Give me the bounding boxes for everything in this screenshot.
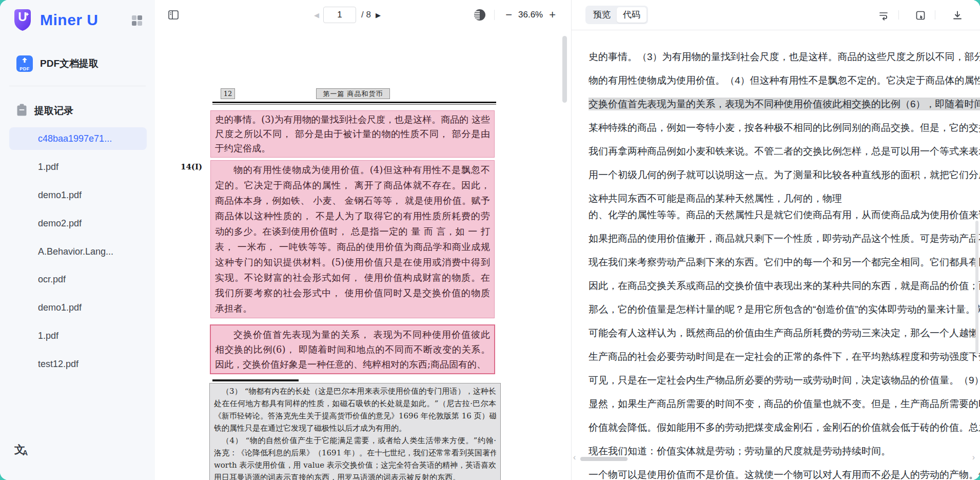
file-name: demo1.pdf xyxy=(38,190,82,201)
pdf-upload-icon: PDF xyxy=(15,54,34,73)
zoom-in-button[interactable]: + xyxy=(546,9,559,21)
mineru-logo-icon: U xyxy=(11,8,34,32)
records-section-title: 提取记录 xyxy=(34,104,73,118)
scan-line: 史的事情。(3)为有用物的量找到社会尺度，也是这样。商品的 这些 xyxy=(215,112,490,127)
logo-letter: U xyxy=(11,10,34,24)
scan-page-number: 12 xyxy=(221,88,235,99)
preview-line: 的、化学的属性等等。商品的天然属性只是就它们使商品有用，从而使商品成为使用价值来… xyxy=(589,207,980,223)
brand-wordmark: Miner U xyxy=(40,11,99,29)
preview-line: 可见，只是在一定社会内生产物品所必要的劳动一或劳动时间，决定该物品的价值量。（9… xyxy=(589,373,980,388)
contrast-theme-icon[interactable] xyxy=(473,8,486,22)
file-name: test12.pdf xyxy=(38,359,79,370)
translate-sub-glyph: A xyxy=(23,449,28,457)
preview-line: 现在我们知道：价值实体就是劳动；劳动量的尺度就是劳动持续时间。 xyxy=(589,444,980,459)
logo[interactable]: U Miner U xyxy=(11,8,99,32)
preview-line-highlighted: 交换价值首先表现为量的关系，表现为不同种使用价值彼此相交换的比例（6），即随着时… xyxy=(589,97,980,112)
page-total-label: / 8 xyxy=(361,10,371,20)
download-icon[interactable] xyxy=(952,10,963,21)
scan-line: 定的。它决定于商品体的属性， 离开了商品体就不存在。因此， xyxy=(215,178,490,193)
file-item[interactable]: test12.pdf xyxy=(9,353,147,375)
view-mode-tabs: 预览 代码 xyxy=(585,6,648,24)
footnote-block: （3） “物都有内在的长处（这是巴尔本用来表示使用价值的专门用语），这种长 处在… xyxy=(209,383,501,480)
file-name: A.Behavior.Lang... xyxy=(38,246,113,257)
scan-line: 动的多少。在谈到使用价值时， 总是指一定的 量 而 言，如 一 打 xyxy=(215,224,490,239)
file-item[interactable]: demo1.pdf xyxy=(9,184,147,206)
zoom-level-value: 36.6% xyxy=(517,10,544,20)
scan-line: 因此，交换价值好象是一种任意的、纯粹相对的东西;商品固有的、 xyxy=(215,357,490,372)
highlighted-text-block: 物的有用性使物成为使用价值。(4)但这种有用性不是飘忽不 定的。它决定于商品体的… xyxy=(210,160,495,318)
file-name: 1.pdf xyxy=(38,162,58,172)
horizontal-scrollbar-thumb[interactable] xyxy=(580,457,628,461)
scan-line: 相交换的比例(6)， 即随着时间和地点的不同而不断改变的关系。 xyxy=(215,342,490,357)
scan-line: 商品体以这种性质的， 不是人为了取得它的有用性质所耗费的劳 xyxy=(215,208,490,224)
scan-line: 商品体本身，例如铁、 小麦、 金钢石等等， 就是使用价值。赋予 xyxy=(215,193,490,208)
footnote-line: 处在任何地方都具有同样的性质，如磁石吸铁的长处就是如此。”（尼古拉·巴尔本 xyxy=(214,397,496,410)
header-separator xyxy=(898,10,899,20)
next-page-button[interactable]: ▶ xyxy=(376,11,381,19)
preview-line: 某种特殊的商品，例如一夸特小麦，按各种极不相同的比例同别的商品交换。但是，它的交… xyxy=(589,120,980,136)
scan-chapter-header: 第一篇 商品和货币 xyxy=(316,88,390,99)
preview-line: 显然，如果生产商品所需要的时间不变，商品的价值量也就不变。但是，生产商品所需要的… xyxy=(589,396,980,412)
preview-line: 物的有用性使物成为使用价值。（4）但这种有用性不是飘忽不定的。它决定于商品体的属… xyxy=(589,73,980,88)
pdf-page-canvas: 12 第一篇 商品和货币 史的事情。(3)为有用物的量找到社会尺度，也是这样。商… xyxy=(155,30,571,480)
footnote-line: （4） “物的自然价值产生于它能满足需要，或者给人类生活带来方便。”约翰· xyxy=(214,434,496,447)
selection-highlight: 交换价值首先表现为量的关系，表现为不同种使用价值彼此相交换的比例（6），即随着时… xyxy=(589,98,980,110)
hscroll-right-arrow[interactable]: › xyxy=(972,453,975,462)
preview-line: 生产商品的社会必要劳动时间是在一定社会的正常的条件下，在平均熟练程度和劳动强度下… xyxy=(589,349,980,364)
app-window: U Miner U PDF PDF文档提取 xyxy=(0,0,980,480)
scan-line: 我们所要考察的社会形式中， 使用价值同时又是交换价值的物质 xyxy=(215,285,490,301)
zoom-out-button[interactable]: − xyxy=(502,9,515,21)
tab-code[interactable]: 代码 xyxy=(617,7,646,23)
footnote-line: 洛克：《论降低利息的后果》（1691 年）。在十七世纪，我们还常常看到英国著作家… xyxy=(214,447,496,459)
tab-preview[interactable]: 预览 xyxy=(587,7,617,23)
page-navigation: ◀ / 8 ▶ xyxy=(314,0,381,30)
footnote-line: 用日耳曼语源的词表示直接的东西，用罗马语源的词表示被反射的东西。 xyxy=(214,471,496,480)
zoom-controls: − 36.6% + xyxy=(473,0,559,30)
file-item[interactable]: demo2.pdf xyxy=(9,212,147,235)
vertical-scrollbar-thumb[interactable] xyxy=(562,36,567,103)
file-name: 1.pdf xyxy=(38,331,58,341)
prev-page-button[interactable]: ◀ xyxy=(314,11,319,19)
sidebar: U Miner U PDF PDF文档提取 xyxy=(0,0,155,480)
file-item[interactable]: ocr.pdf xyxy=(9,268,147,291)
file-item[interactable]: demo1.pdf xyxy=(9,296,147,319)
preview-line: 我们再拿两种商品例如小麦和铁来说。不管二者的交换比例怎样，总是可以用一个等式来表… xyxy=(589,144,980,159)
line-wrap-icon[interactable] xyxy=(878,10,889,21)
scan-line: 承担者。 xyxy=(215,301,490,316)
sidebar-item-pdf-extract[interactable]: PDF PDF文档提取 xyxy=(0,50,155,77)
result-panel: 预览 代码 xyxy=(571,0,980,480)
preview-line: 价值就会降低。假如能用不多的劳动把煤变成金刚石，金刚石的价值就会低于砖的价值。总… xyxy=(589,420,980,435)
file-item-selected[interactable]: c48baa1997e71... xyxy=(9,127,147,150)
preview-line: 因此，在商品交换关系或商品的交换价值中表现出来的某种共同的东西，就是商品的价值；… xyxy=(589,278,980,294)
footnote-line: worth 表示使用价值，用 value 表示交换价值；这完全符合英语的精神，英… xyxy=(214,459,496,471)
pdf-badge-label: PDF xyxy=(15,66,34,71)
records-clipboard-icon xyxy=(16,104,27,118)
translate-language-icon[interactable]: 文 A xyxy=(14,443,35,461)
file-item[interactable]: 1.pdf xyxy=(9,156,147,178)
footnote-line: 《新币轻铸论。答洛克先生关于提高货币价值的意见》1696 年伦敦版第 16 页）… xyxy=(214,410,496,422)
scan-header-rule-thin xyxy=(212,104,496,105)
scan-line: 交换价值首先表现为量的关系， 表现为不同种使用价值彼此 xyxy=(215,327,490,342)
scan-line: 于约定俗成。 xyxy=(215,141,490,156)
hscroll-left-arrow[interactable]: ‹ xyxy=(573,453,576,462)
scan-margin-note: 14(Ⅰ) xyxy=(181,162,202,171)
export-image-icon[interactable] xyxy=(915,10,926,21)
scan-line: 尺度之所以不同， 部分是由于被计量的物的性质不同， 部分是由 xyxy=(215,127,490,141)
sidebar-divider xyxy=(9,86,146,86)
right-vertical-scrollbar-thumb[interactable] xyxy=(975,221,978,354)
preview-line: 史的事情。（3）为有用物的量找到社会尺度，也是这样。商品的这些尺度之所以不同，部… xyxy=(589,49,980,65)
apps-grid-icon[interactable] xyxy=(131,15,143,26)
records-section: 提取记录 xyxy=(0,101,155,121)
file-item[interactable]: A.Behavior.Lang... xyxy=(9,240,147,263)
highlighted-text-block: 史的事情。(3)为有用物的量找到社会尺度，也是这样。商品的 这些 尺度之所以不同… xyxy=(210,110,495,158)
markdown-preview: 史的事情。（3）为有用物的量找到社会尺度，也是这样。商品的这些尺度之所以不同，部… xyxy=(572,30,980,480)
scan-line: 实现。不论财富的社会形式如何， 使用价值构成财富的物质。在 xyxy=(215,270,490,285)
preview-line: 可能会有人这样认为，既然商品的价值由生产商品所耗费的劳动三来决定，那么一个人越懒… xyxy=(589,325,980,341)
page-number-input[interactable] xyxy=(323,7,356,23)
scan-header-rule xyxy=(212,102,496,103)
file-item[interactable]: 1.pdf xyxy=(9,324,147,347)
scan-line: 物的有用性使物成为使用价值。(4)但这种有用性不是飘忽不 xyxy=(215,162,490,178)
footnote-line: （3） “物都有内在的长处（这是巴尔本用来表示使用价值的专门用语），这种长 xyxy=(214,385,496,397)
preview-line: 如果把商品的使用价值撇开，商品就只剩下一个性质，即劳动产品这个性质。可是劳动产品… xyxy=(589,231,980,246)
sidebar-toggle-icon[interactable] xyxy=(167,9,180,21)
